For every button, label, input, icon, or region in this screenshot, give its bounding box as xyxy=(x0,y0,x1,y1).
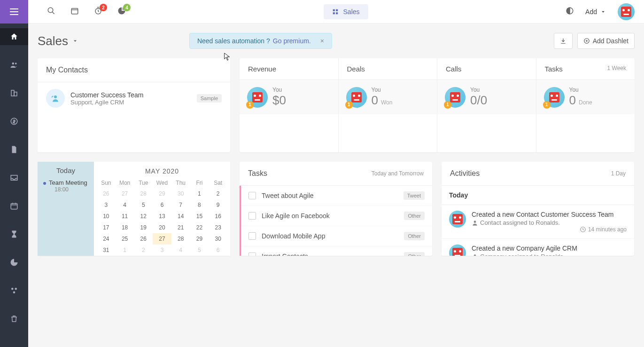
calendar-day[interactable]: 1 xyxy=(116,244,134,256)
calendar-day[interactable]: 14 xyxy=(171,211,190,222)
calendar-day[interactable]: 29 xyxy=(153,188,171,199)
calendar-day[interactable]: 9 xyxy=(209,199,227,211)
calendar-day[interactable]: 17 xyxy=(97,222,116,233)
download-button[interactable] xyxy=(554,33,573,49)
theme-icon[interactable] xyxy=(566,7,574,16)
calendar-day[interactable]: 12 xyxy=(134,211,153,222)
stats-badge: 4 xyxy=(123,4,131,11)
calendar-day[interactable]: 6 xyxy=(153,199,171,211)
task-checkbox[interactable] xyxy=(248,212,256,220)
calendar-day[interactable]: 29 xyxy=(190,233,209,244)
sidebar-item-companies[interactable] xyxy=(0,85,28,102)
menu-button[interactable] xyxy=(0,0,28,24)
search-icon[interactable] xyxy=(47,7,55,16)
calendar-day[interactable]: 26 xyxy=(97,188,116,199)
activity-row[interactable]: Created a new Company Agile CRMCompany a… xyxy=(442,239,634,256)
calendar-day[interactable]: 13 xyxy=(153,211,171,222)
calendar-day[interactable]: 2 xyxy=(134,244,153,256)
calendar-day[interactable]: 20 xyxy=(153,222,171,233)
sidebar-item-trash[interactable] xyxy=(0,310,28,327)
calendar-day[interactable]: 6 xyxy=(209,244,227,256)
activities-card: Activities 1 Day Today Created a new Con… xyxy=(442,162,634,256)
calendar-day[interactable]: 21 xyxy=(171,222,190,233)
calendar-day[interactable]: 5 xyxy=(134,199,153,211)
close-icon[interactable]: × xyxy=(320,37,324,45)
task-label[interactable]: Import Contacts xyxy=(262,252,398,256)
top-header: 2 4 Sales Add xyxy=(0,0,644,24)
calendar-day[interactable]: 30 xyxy=(209,233,227,244)
timer-icon[interactable]: 2 xyxy=(94,7,102,16)
calendar-day[interactable]: 10 xyxy=(97,211,116,222)
svg-point-20 xyxy=(11,288,14,290)
calendar-day[interactable]: 26 xyxy=(134,233,153,244)
calendar-day[interactable]: 23 xyxy=(209,222,227,233)
svg-line-1 xyxy=(52,12,54,14)
calendar-day[interactable]: 24 xyxy=(97,233,116,244)
sidebar-item-home[interactable] xyxy=(0,28,28,45)
contact-sub: Support, Agile CRM xyxy=(70,99,191,106)
user-icon xyxy=(472,220,478,226)
task-row: Download Mobile AppOther xyxy=(241,226,432,246)
page-header: Sales Need sales automation ? Go premium… xyxy=(38,33,635,49)
task-checkbox[interactable] xyxy=(248,252,256,256)
task-checkbox[interactable] xyxy=(248,232,256,240)
calendar-day[interactable]: 28 xyxy=(171,233,190,244)
calendar-day[interactable]: 2 xyxy=(209,188,227,199)
calendar-day[interactable]: 5 xyxy=(190,244,209,256)
calendar-day[interactable]: 16 xyxy=(209,211,227,222)
sidebar-item-hourglass[interactable] xyxy=(0,226,28,243)
add-dashlet-button[interactable]: Add Dashlet xyxy=(577,33,635,49)
calendar-day[interactable]: 22 xyxy=(190,222,209,233)
task-label[interactable]: Tweet about Agile xyxy=(262,192,398,199)
sales-tab[interactable]: Sales xyxy=(324,4,368,19)
calendar-day[interactable]: 7 xyxy=(171,199,190,211)
task-row: Tweet about AgileTweet xyxy=(241,186,432,206)
calendar-today-icon[interactable] xyxy=(70,7,79,16)
calendar-day[interactable]: 1 xyxy=(190,188,209,199)
plus-circle-icon xyxy=(583,38,590,44)
task-checkbox[interactable] xyxy=(248,192,256,199)
task-label[interactable]: Download Mobile App xyxy=(262,232,398,240)
task-label[interactable]: Like Agile on Facebook xyxy=(262,212,398,220)
calendar-day[interactable]: 8 xyxy=(190,199,209,211)
contact-row[interactable]: Customer Success TeamSupport, Agile CRMS… xyxy=(38,82,230,114)
sidebar-item-documents[interactable] xyxy=(0,141,28,158)
premium-link[interactable]: Go premium. xyxy=(273,37,311,45)
sidebar-item-settings[interactable] xyxy=(0,282,28,299)
calendar-day[interactable]: 25 xyxy=(116,233,134,244)
sidebar-item-contacts[interactable] xyxy=(0,56,28,73)
pie-chart-icon[interactable]: 4 xyxy=(117,7,126,16)
svg-rect-8 xyxy=(336,12,338,14)
calendar-day[interactable]: 3 xyxy=(153,244,171,256)
activity-time: 14 minutes ago xyxy=(472,226,627,233)
calendar-day[interactable]: 4 xyxy=(171,244,190,256)
calendar-day[interactable]: 28 xyxy=(134,188,153,199)
add-dropdown[interactable]: Add xyxy=(585,8,606,16)
calendar-day[interactable]: 18 xyxy=(116,222,134,233)
caret-down-icon xyxy=(72,38,78,44)
calendar-day[interactable]: 15 xyxy=(190,211,209,222)
activity-row[interactable]: Created a new Contact Customer Success T… xyxy=(442,205,634,239)
calendar-day[interactable]: 27 xyxy=(153,233,171,244)
calendar-day[interactable]: 31 xyxy=(97,244,116,256)
calendar-day[interactable]: 30 xyxy=(171,188,190,199)
calendar-day[interactable]: 11 xyxy=(116,211,134,222)
stat-title: Deals xyxy=(347,65,365,73)
event-dot-icon xyxy=(43,182,46,185)
calendar-day[interactable]: 27 xyxy=(116,188,134,199)
activities-range: 1 Day xyxy=(611,170,626,177)
sidebar-item-inbox[interactable] xyxy=(0,169,28,186)
today-event[interactable]: Team Meeting 18:00 xyxy=(38,179,94,193)
sidebar-item-deals[interactable] xyxy=(0,113,28,130)
calendar-day[interactable]: 19 xyxy=(134,222,153,233)
page-title-dropdown[interactable]: Sales xyxy=(38,34,78,48)
calendar-day[interactable]: 3 xyxy=(97,199,116,211)
sidebar-item-reports[interactable] xyxy=(0,254,28,271)
user-avatar[interactable] xyxy=(618,3,635,20)
my-contacts-title: My Contacts xyxy=(46,66,88,74)
activity-avatar xyxy=(449,244,466,256)
stat-value: 0 xyxy=(569,93,576,108)
sidebar-item-calendar[interactable] xyxy=(0,197,28,214)
calendar-day[interactable]: 4 xyxy=(116,199,134,211)
svg-point-25 xyxy=(474,221,476,223)
